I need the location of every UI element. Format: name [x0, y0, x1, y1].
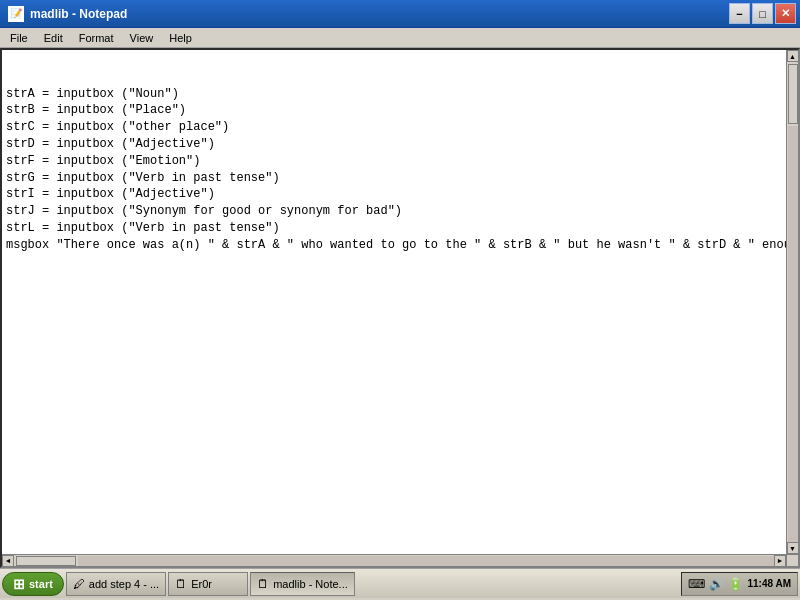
menu-view[interactable]: View — [122, 30, 162, 46]
start-label: start — [29, 578, 53, 590]
code-line: strG = inputbox ("Verb in past tense") — [6, 170, 782, 187]
scroll-track-horizontal — [78, 556, 774, 566]
scroll-track-vertical — [788, 126, 798, 542]
code-line: strI = inputbox ("Adjective") — [6, 186, 782, 203]
code-line: msgbox "There once was a(n) " & strA & "… — [6, 237, 782, 254]
scroll-left-button[interactable]: ◄ — [2, 555, 14, 567]
task-label-2: madlib - Note... — [273, 578, 348, 590]
start-icon: ⊞ — [13, 576, 25, 592]
code-line: strB = inputbox ("Place") — [6, 102, 782, 119]
tray-icon-2: 🔊 — [709, 577, 724, 591]
taskbar-task-0[interactable]: 🖊 add step 4 - ... — [66, 572, 166, 596]
restore-button[interactable]: □ — [752, 3, 773, 24]
code-line: strL = inputbox ("Verb in past tense") — [6, 220, 782, 237]
code-line: strF = inputbox ("Emotion") — [6, 153, 782, 170]
title-bar: 📝 madlib - Notepad − □ ✕ — [0, 0, 800, 28]
scroll-up-button[interactable]: ▲ — [787, 50, 799, 62]
editor-area[interactable]: strA = inputbox ("Noun")strB = inputbox … — [0, 48, 800, 568]
task-icon-2: 🗒 — [257, 577, 269, 591]
menu-file[interactable]: File — [2, 30, 36, 46]
system-clock: 11:48 AM — [747, 578, 791, 589]
menu-bar: File Edit Format View Help — [0, 28, 800, 48]
code-line: strC = inputbox ("other place") — [6, 119, 782, 136]
close-button[interactable]: ✕ — [775, 3, 796, 24]
tray-icon-1: ⌨ — [688, 577, 705, 591]
task-icon-1: 🗒 — [175, 577, 187, 591]
tray-icon-3: 🔋 — [728, 577, 743, 591]
scrollbar-vertical[interactable]: ▲ ▼ — [786, 50, 798, 554]
task-icon-0: 🖊 — [73, 577, 85, 591]
scroll-corner — [786, 554, 798, 566]
scroll-right-button[interactable]: ► — [774, 555, 786, 567]
window-controls: − □ ✕ — [729, 3, 796, 24]
app-icon: 📝 — [8, 6, 24, 22]
code-line: strJ = inputbox ("Synonym for good or sy… — [6, 203, 782, 220]
minimize-button[interactable]: − — [729, 3, 750, 24]
scroll-thumb-vertical[interactable] — [788, 64, 798, 124]
menu-help[interactable]: Help — [161, 30, 200, 46]
window-title: madlib - Notepad — [30, 7, 127, 21]
task-label-0: add step 4 - ... — [89, 578, 159, 590]
editor-content[interactable]: strA = inputbox ("Noun")strB = inputbox … — [2, 50, 786, 554]
scrollbar-horizontal[interactable]: ◄ ► — [2, 554, 786, 566]
start-button[interactable]: ⊞ start — [2, 572, 64, 596]
taskbar-task-2[interactable]: 🗒 madlib - Note... — [250, 572, 355, 596]
menu-format[interactable]: Format — [71, 30, 122, 46]
scroll-thumb-horizontal[interactable] — [16, 556, 76, 566]
system-tray: ⌨ 🔊 🔋 11:48 AM — [681, 572, 798, 596]
scroll-down-button[interactable]: ▼ — [787, 542, 799, 554]
code-line: strD = inputbox ("Adjective") — [6, 136, 782, 153]
code-line: strA = inputbox ("Noun") — [6, 86, 782, 103]
taskbar: ⊞ start 🖊 add step 4 - ... 🗒 Er0r 🗒 madl… — [0, 568, 800, 598]
menu-edit[interactable]: Edit — [36, 30, 71, 46]
taskbar-task-1[interactable]: 🗒 Er0r — [168, 572, 248, 596]
task-label-1: Er0r — [191, 578, 212, 590]
